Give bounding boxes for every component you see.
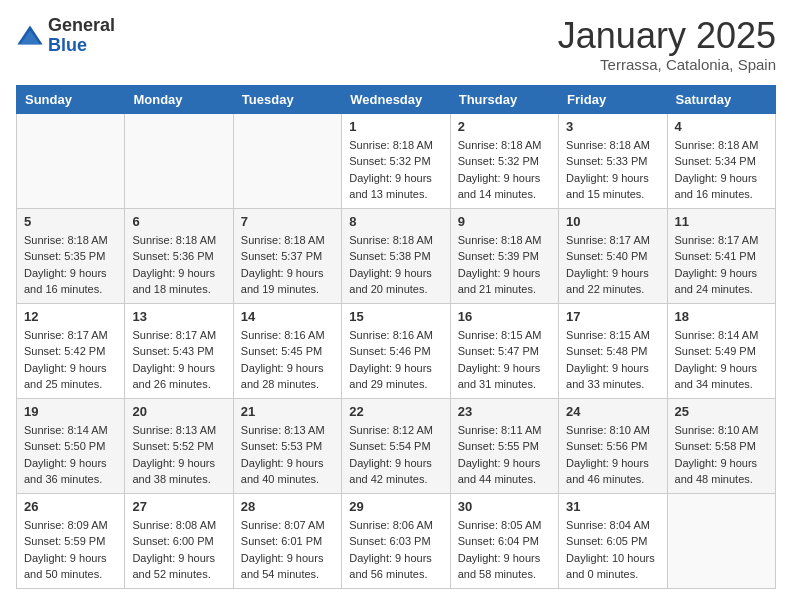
day-info: Sunrise: 8:16 AM Sunset: 5:45 PM Dayligh…: [241, 327, 334, 393]
calendar-cell: 1Sunrise: 8:18 AM Sunset: 5:32 PM Daylig…: [342, 113, 450, 208]
logo-blue: Blue: [48, 36, 115, 56]
day-info: Sunrise: 8:15 AM Sunset: 5:47 PM Dayligh…: [458, 327, 551, 393]
day-info: Sunrise: 8:10 AM Sunset: 5:56 PM Dayligh…: [566, 422, 659, 488]
calendar-cell: 6Sunrise: 8:18 AM Sunset: 5:36 PM Daylig…: [125, 208, 233, 303]
calendar-cell: 14Sunrise: 8:16 AM Sunset: 5:45 PM Dayli…: [233, 303, 341, 398]
day-info: Sunrise: 8:12 AM Sunset: 5:54 PM Dayligh…: [349, 422, 442, 488]
day-number: 21: [241, 404, 334, 419]
day-number: 4: [675, 119, 768, 134]
day-info: Sunrise: 8:18 AM Sunset: 5:37 PM Dayligh…: [241, 232, 334, 298]
day-info: Sunrise: 8:04 AM Sunset: 6:05 PM Dayligh…: [566, 517, 659, 583]
logo-general: General: [48, 16, 115, 36]
month-title: January 2025: [558, 16, 776, 56]
calendar-cell: 27Sunrise: 8:08 AM Sunset: 6:00 PM Dayli…: [125, 493, 233, 588]
calendar-cell: 15Sunrise: 8:16 AM Sunset: 5:46 PM Dayli…: [342, 303, 450, 398]
calendar-cell: 17Sunrise: 8:15 AM Sunset: 5:48 PM Dayli…: [559, 303, 667, 398]
day-info: Sunrise: 8:18 AM Sunset: 5:36 PM Dayligh…: [132, 232, 225, 298]
day-info: Sunrise: 8:17 AM Sunset: 5:43 PM Dayligh…: [132, 327, 225, 393]
calendar-cell: 19Sunrise: 8:14 AM Sunset: 5:50 PM Dayli…: [17, 398, 125, 493]
location: Terrassa, Catalonia, Spain: [558, 56, 776, 73]
day-number: 31: [566, 499, 659, 514]
calendar-cell: 23Sunrise: 8:11 AM Sunset: 5:55 PM Dayli…: [450, 398, 558, 493]
day-info: Sunrise: 8:18 AM Sunset: 5:34 PM Dayligh…: [675, 137, 768, 203]
weekday-header-tuesday: Tuesday: [233, 85, 341, 113]
week-row-2: 5Sunrise: 8:18 AM Sunset: 5:35 PM Daylig…: [17, 208, 776, 303]
calendar-cell: [17, 113, 125, 208]
day-info: Sunrise: 8:08 AM Sunset: 6:00 PM Dayligh…: [132, 517, 225, 583]
day-info: Sunrise: 8:17 AM Sunset: 5:40 PM Dayligh…: [566, 232, 659, 298]
calendar-cell: 5Sunrise: 8:18 AM Sunset: 5:35 PM Daylig…: [17, 208, 125, 303]
day-info: Sunrise: 8:05 AM Sunset: 6:04 PM Dayligh…: [458, 517, 551, 583]
logo-icon: [16, 22, 44, 50]
calendar-cell: 21Sunrise: 8:13 AM Sunset: 5:53 PM Dayli…: [233, 398, 341, 493]
day-number: 22: [349, 404, 442, 419]
weekday-header-monday: Monday: [125, 85, 233, 113]
day-info: Sunrise: 8:17 AM Sunset: 5:41 PM Dayligh…: [675, 232, 768, 298]
calendar-table: SundayMondayTuesdayWednesdayThursdayFrid…: [16, 85, 776, 589]
day-number: 2: [458, 119, 551, 134]
day-info: Sunrise: 8:16 AM Sunset: 5:46 PM Dayligh…: [349, 327, 442, 393]
logo: General Blue: [16, 16, 115, 56]
day-number: 23: [458, 404, 551, 419]
weekday-header-thursday: Thursday: [450, 85, 558, 113]
week-row-5: 26Sunrise: 8:09 AM Sunset: 5:59 PM Dayli…: [17, 493, 776, 588]
day-number: 28: [241, 499, 334, 514]
day-number: 14: [241, 309, 334, 324]
day-info: Sunrise: 8:18 AM Sunset: 5:32 PM Dayligh…: [349, 137, 442, 203]
calendar-cell: [233, 113, 341, 208]
day-number: 11: [675, 214, 768, 229]
weekday-header-wednesday: Wednesday: [342, 85, 450, 113]
day-number: 18: [675, 309, 768, 324]
day-number: 30: [458, 499, 551, 514]
day-number: 5: [24, 214, 117, 229]
day-number: 17: [566, 309, 659, 324]
day-info: Sunrise: 8:18 AM Sunset: 5:32 PM Dayligh…: [458, 137, 551, 203]
day-info: Sunrise: 8:07 AM Sunset: 6:01 PM Dayligh…: [241, 517, 334, 583]
day-number: 24: [566, 404, 659, 419]
calendar-cell: 11Sunrise: 8:17 AM Sunset: 5:41 PM Dayli…: [667, 208, 775, 303]
calendar-cell: 2Sunrise: 8:18 AM Sunset: 5:32 PM Daylig…: [450, 113, 558, 208]
day-info: Sunrise: 8:14 AM Sunset: 5:50 PM Dayligh…: [24, 422, 117, 488]
calendar-cell: 18Sunrise: 8:14 AM Sunset: 5:49 PM Dayli…: [667, 303, 775, 398]
calendar-cell: [125, 113, 233, 208]
calendar-cell: 31Sunrise: 8:04 AM Sunset: 6:05 PM Dayli…: [559, 493, 667, 588]
day-info: Sunrise: 8:14 AM Sunset: 5:49 PM Dayligh…: [675, 327, 768, 393]
calendar-cell: 12Sunrise: 8:17 AM Sunset: 5:42 PM Dayli…: [17, 303, 125, 398]
title-area: January 2025 Terrassa, Catalonia, Spain: [558, 16, 776, 73]
day-info: Sunrise: 8:13 AM Sunset: 5:52 PM Dayligh…: [132, 422, 225, 488]
calendar-cell: 16Sunrise: 8:15 AM Sunset: 5:47 PM Dayli…: [450, 303, 558, 398]
day-info: Sunrise: 8:18 AM Sunset: 5:35 PM Dayligh…: [24, 232, 117, 298]
calendar-cell: 25Sunrise: 8:10 AM Sunset: 5:58 PM Dayli…: [667, 398, 775, 493]
day-info: Sunrise: 8:09 AM Sunset: 5:59 PM Dayligh…: [24, 517, 117, 583]
calendar-cell: [667, 493, 775, 588]
calendar-cell: 24Sunrise: 8:10 AM Sunset: 5:56 PM Dayli…: [559, 398, 667, 493]
week-row-4: 19Sunrise: 8:14 AM Sunset: 5:50 PM Dayli…: [17, 398, 776, 493]
day-number: 12: [24, 309, 117, 324]
calendar-cell: 28Sunrise: 8:07 AM Sunset: 6:01 PM Dayli…: [233, 493, 341, 588]
calendar-cell: 13Sunrise: 8:17 AM Sunset: 5:43 PM Dayli…: [125, 303, 233, 398]
calendar-cell: 26Sunrise: 8:09 AM Sunset: 5:59 PM Dayli…: [17, 493, 125, 588]
day-number: 10: [566, 214, 659, 229]
day-number: 19: [24, 404, 117, 419]
calendar-cell: 29Sunrise: 8:06 AM Sunset: 6:03 PM Dayli…: [342, 493, 450, 588]
logo-text: General Blue: [48, 16, 115, 56]
day-number: 15: [349, 309, 442, 324]
calendar-cell: 30Sunrise: 8:05 AM Sunset: 6:04 PM Dayli…: [450, 493, 558, 588]
calendar-cell: 9Sunrise: 8:18 AM Sunset: 5:39 PM Daylig…: [450, 208, 558, 303]
day-info: Sunrise: 8:06 AM Sunset: 6:03 PM Dayligh…: [349, 517, 442, 583]
day-number: 13: [132, 309, 225, 324]
calendar-cell: 22Sunrise: 8:12 AM Sunset: 5:54 PM Dayli…: [342, 398, 450, 493]
weekday-header-row: SundayMondayTuesdayWednesdayThursdayFrid…: [17, 85, 776, 113]
day-number: 27: [132, 499, 225, 514]
day-number: 20: [132, 404, 225, 419]
day-number: 7: [241, 214, 334, 229]
day-info: Sunrise: 8:18 AM Sunset: 5:33 PM Dayligh…: [566, 137, 659, 203]
day-info: Sunrise: 8:18 AM Sunset: 5:39 PM Dayligh…: [458, 232, 551, 298]
weekday-header-friday: Friday: [559, 85, 667, 113]
day-number: 16: [458, 309, 551, 324]
week-row-1: 1Sunrise: 8:18 AM Sunset: 5:32 PM Daylig…: [17, 113, 776, 208]
day-number: 26: [24, 499, 117, 514]
day-number: 1: [349, 119, 442, 134]
day-number: 3: [566, 119, 659, 134]
week-row-3: 12Sunrise: 8:17 AM Sunset: 5:42 PM Dayli…: [17, 303, 776, 398]
